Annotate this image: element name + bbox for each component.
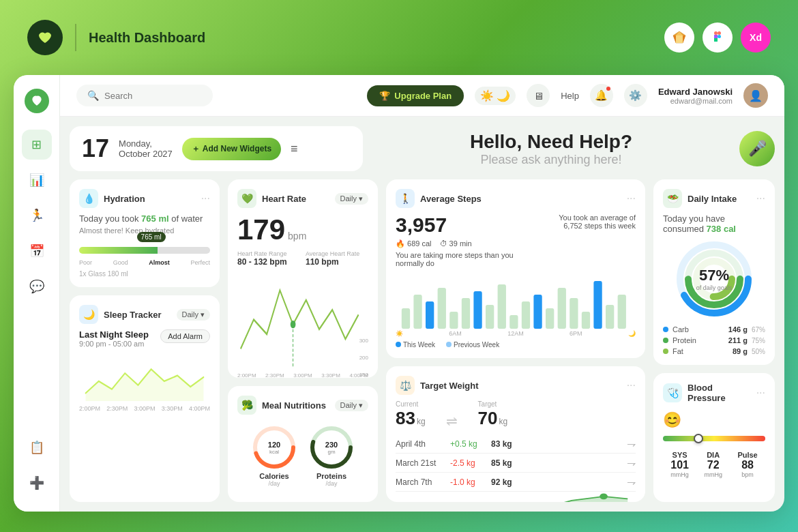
svg-rect-23 xyxy=(473,291,482,329)
user-name: Edward Janowski xyxy=(658,87,733,97)
carb-dot xyxy=(663,327,668,332)
calories-val: 120 xyxy=(268,441,280,449)
hydration-card: 💧 Hydration ··· Today you took 765 ml of… xyxy=(70,179,220,287)
svg-rect-21 xyxy=(449,312,458,329)
hydration-menu[interactable]: ··· xyxy=(201,192,210,205)
weight-icon: ⚖️ xyxy=(396,376,415,395)
target-val: 70 xyxy=(478,408,498,429)
legend-this-week: This Week xyxy=(396,341,435,349)
donut-sub: of daily goals xyxy=(696,284,733,291)
search-icon: 🔍 xyxy=(87,90,99,101)
sketch-icon[interactable] xyxy=(664,23,694,53)
add-widget-button[interactable]: ＋ Add New Widgets xyxy=(182,138,281,160)
calories-sub: /day xyxy=(252,480,296,487)
svg-rect-27 xyxy=(522,301,530,329)
steps-desc-right: You took an average of 6,752 steps this … xyxy=(540,213,636,230)
hydration-track xyxy=(79,247,210,254)
hydration-slider[interactable]: 765 ml xyxy=(79,247,210,254)
svg-rect-9 xyxy=(718,35,721,38)
hydration-title: Hydration xyxy=(104,194,196,204)
search-input[interactable] xyxy=(104,91,200,101)
sidebar-item-messages[interactable]: 💬 xyxy=(22,271,52,301)
intake-amount: 738 cal xyxy=(707,224,736,234)
hr-avg: Average Heart Rate 110 bpm xyxy=(306,250,368,267)
bp-bar xyxy=(663,436,765,441)
date-text: Monday, October 2027 xyxy=(119,138,173,159)
steps-desc: You are taking more steps than you norma… xyxy=(396,251,518,267)
weight-row-2: March 21st -2.5 kg 85 kg ⇁ xyxy=(396,454,636,473)
hydration-amount: 765 ml xyxy=(141,213,168,224)
bp-sys: SYS 101 mmHg xyxy=(670,451,689,478)
search-box[interactable]: 🔍 xyxy=(76,85,213,106)
svg-rect-20 xyxy=(438,288,446,329)
upgrade-button[interactable]: 🏆 Upgrade Plan xyxy=(367,85,464,106)
svg-rect-22 xyxy=(462,298,470,329)
sidebar-item-dashboard[interactable]: ⊞ xyxy=(22,130,52,160)
divider xyxy=(75,24,76,51)
filter-icon[interactable]: ≡ xyxy=(291,142,298,156)
svg-rect-10 xyxy=(714,38,718,42)
meal-badge[interactable]: Daily ▾ xyxy=(335,400,368,411)
legend-protein: Protein 211 g 75% xyxy=(663,336,765,344)
hello-title: Hello, Need Help? xyxy=(371,131,731,153)
sidebar-item-reports[interactable]: 📋 xyxy=(22,432,52,462)
steps-cal: 🔥 689 cal xyxy=(396,239,432,248)
bp-header: 🩺 Blood Pressure ··· xyxy=(663,383,765,403)
figma-icon[interactable] xyxy=(703,23,733,53)
svg-rect-34 xyxy=(606,305,614,329)
svg-rect-6 xyxy=(714,31,718,35)
svg-rect-32 xyxy=(582,312,590,329)
hydration-glass: 1x Glass 180 ml xyxy=(79,270,210,278)
xd-icon[interactable]: Xd xyxy=(741,23,771,53)
blood-pressure-card: 🩺 Blood Pressure ··· 😊 xyxy=(653,373,775,502)
steps-header: 🚶 Average Steps ··· xyxy=(396,189,636,208)
heart-rate-header: 💚 Heart Rate Daily ▾ xyxy=(237,189,368,208)
proteins-label: Proteins xyxy=(310,472,353,480)
mic-button[interactable]: 🎤 xyxy=(739,131,775,166)
svg-point-36 xyxy=(600,494,608,500)
screen-icon[interactable]: 🖥 xyxy=(527,84,550,107)
intake-header: 🥗 Daily Intake ··· xyxy=(663,189,765,208)
hr-avg-val: 110 bpm xyxy=(306,257,368,267)
top-icons: Xd xyxy=(664,23,771,53)
hydration-text: Today you took 765 ml of water xyxy=(79,213,210,224)
intake-menu[interactable]: ··· xyxy=(756,192,765,205)
meal-header: 🥦 Meal Nutritions Daily ▾ xyxy=(237,396,368,415)
settings-icon[interactable]: ⚙️ xyxy=(624,84,647,107)
sidebar-item-stats[interactable]: 📊 xyxy=(22,165,52,195)
intake-icon: 🥗 xyxy=(663,189,682,208)
bp-indicator xyxy=(694,434,703,443)
add-alarm-button[interactable]: Add Alarm xyxy=(160,329,210,343)
svg-rect-18 xyxy=(413,295,422,329)
col-4: 🥗 Daily Intake ··· Today you have consum… xyxy=(653,179,775,502)
sleep-card: 🌙 Sleep Tracker Daily ▾ Last Night Sleep… xyxy=(70,295,220,502)
svg-rect-8 xyxy=(714,35,718,38)
plus-icon: ＋ xyxy=(192,143,200,155)
theme-toggle[interactable]: ☀️ 🌙 xyxy=(475,87,516,105)
notification-icon[interactable]: 🔔 xyxy=(590,84,613,107)
weight-menu[interactable]: ··· xyxy=(627,379,636,391)
meal-card: 🥦 Meal Nutritions Daily ▾ xyxy=(228,386,378,502)
svg-rect-26 xyxy=(509,315,518,329)
hr-range-label: Heart Rate Range xyxy=(237,250,300,257)
svg-rect-29 xyxy=(546,308,554,329)
svg-rect-28 xyxy=(533,295,542,329)
heart-rate-badge[interactable]: Daily ▾ xyxy=(335,193,368,205)
heart-rate-card: 💚 Heart Rate Daily ▾ 179 bpm xyxy=(228,179,378,378)
sidebar-item-calendar[interactable]: 📅 xyxy=(22,236,52,266)
steps-menu[interactable]: ··· xyxy=(627,192,636,205)
moon-icon[interactable]: 🌙 xyxy=(497,89,510,102)
sidebar-item-add[interactable]: ➕ xyxy=(22,468,52,498)
svg-rect-31 xyxy=(570,298,578,329)
col-2: 💚 Heart Rate Daily ▾ 179 bpm xyxy=(228,179,378,502)
sleep-badge[interactable]: Daily ▾ xyxy=(177,309,210,321)
sun-icon[interactable]: ☀️ xyxy=(480,89,494,102)
main-container: ⊞ 📊 🏃 📅 💬 📋 ➕ 🔍 🏆 Upgrade Plan ☀️ 🌙 xyxy=(14,75,784,512)
svg-rect-7 xyxy=(718,31,721,35)
svg-rect-35 xyxy=(618,295,626,329)
donut-chart: 57% of daily goals xyxy=(673,238,755,320)
meal-icon: 🥦 xyxy=(237,396,256,415)
donut-pct: 57% xyxy=(696,267,733,284)
sidebar-item-activity[interactable]: 🏃 xyxy=(22,201,52,231)
bp-menu[interactable]: ··· xyxy=(756,387,765,399)
